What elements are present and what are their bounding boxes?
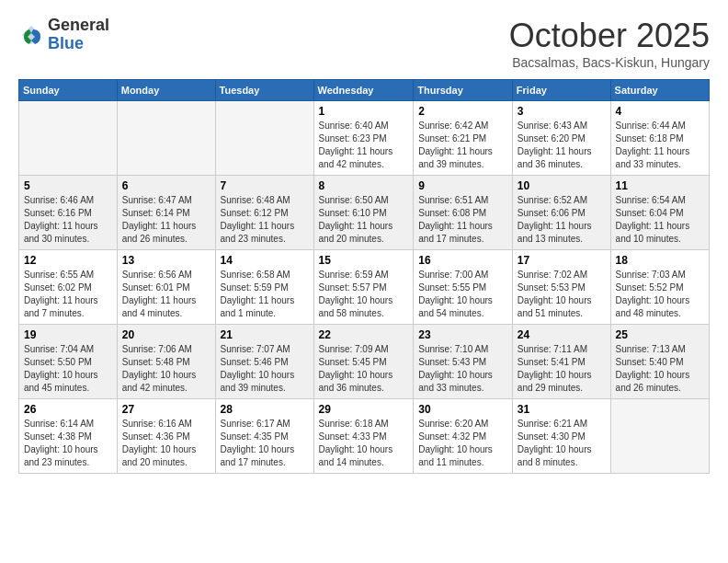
day-info: Sunrise: 7:04 AMSunset: 5:50 PMDaylight:… <box>24 343 112 395</box>
day-info: Sunrise: 6:16 AMSunset: 4:36 PMDaylight:… <box>122 418 210 469</box>
calendar-week-row: 1Sunrise: 6:40 AMSunset: 6:23 PMDaylight… <box>19 101 710 176</box>
day-number: 22 <box>319 328 409 341</box>
day-number: 23 <box>418 328 507 341</box>
logo-general-text: General <box>48 17 109 35</box>
day-info: Sunrise: 6:47 AMSunset: 6:14 PMDaylight:… <box>122 194 210 246</box>
day-number: 28 <box>221 403 309 416</box>
table-row: 21Sunrise: 7:07 AMSunset: 5:46 PMDayligh… <box>215 325 313 399</box>
day-number: 9 <box>418 179 507 192</box>
day-number: 7 <box>221 179 309 192</box>
day-info: Sunrise: 6:44 AMSunset: 6:18 PMDaylight:… <box>616 120 704 171</box>
day-info: Sunrise: 6:40 AMSunset: 6:23 PMDaylight:… <box>319 120 409 171</box>
table-row: 1Sunrise: 6:40 AMSunset: 6:23 PMDaylight… <box>313 101 414 176</box>
day-info: Sunrise: 7:10 AMSunset: 5:43 PMDaylight:… <box>418 343 507 395</box>
col-wednesday: Wednesday <box>313 80 414 101</box>
day-number: 19 <box>24 328 112 341</box>
day-number: 11 <box>616 179 704 192</box>
table-row: 8Sunrise: 6:50 AMSunset: 6:10 PMDaylight… <box>313 176 414 250</box>
day-info: Sunrise: 6:50 AMSunset: 6:10 PMDaylight:… <box>319 194 409 246</box>
day-number: 29 <box>319 403 409 416</box>
table-row: 29Sunrise: 6:18 AMSunset: 4:33 PMDayligh… <box>313 399 414 474</box>
logo: General Blue <box>18 17 109 53</box>
day-info: Sunrise: 6:14 AMSunset: 4:38 PMDaylight:… <box>24 418 112 469</box>
calendar-week-row: 5Sunrise: 6:46 AMSunset: 6:16 PMDaylight… <box>19 176 710 250</box>
table-row: 16Sunrise: 7:00 AMSunset: 5:55 PMDayligh… <box>414 250 513 325</box>
day-number: 14 <box>221 254 309 267</box>
table-row: 28Sunrise: 6:17 AMSunset: 4:35 PMDayligh… <box>215 399 313 474</box>
day-number: 3 <box>518 105 606 118</box>
table-row: 6Sunrise: 6:47 AMSunset: 6:14 PMDaylight… <box>117 176 215 250</box>
col-monday: Monday <box>117 80 215 101</box>
location-text: Bacsalmas, Bacs-Kiskun, Hungary <box>509 55 710 70</box>
day-info: Sunrise: 6:54 AMSunset: 6:04 PMDaylight:… <box>616 194 704 246</box>
col-saturday: Saturday <box>610 80 709 101</box>
table-row <box>610 399 709 474</box>
month-title: October 2025 <box>509 17 710 55</box>
day-info: Sunrise: 6:43 AMSunset: 6:20 PMDaylight:… <box>518 120 606 171</box>
col-sunday: Sunday <box>19 80 118 101</box>
day-info: Sunrise: 7:00 AMSunset: 5:55 PMDaylight:… <box>418 269 507 320</box>
col-tuesday: Tuesday <box>215 80 313 101</box>
table-row: 27Sunrise: 6:16 AMSunset: 4:36 PMDayligh… <box>117 399 215 474</box>
col-thursday: Thursday <box>414 80 513 101</box>
table-row: 25Sunrise: 7:13 AMSunset: 5:40 PMDayligh… <box>610 325 709 399</box>
table-row: 30Sunrise: 6:20 AMSunset: 4:32 PMDayligh… <box>414 399 513 474</box>
day-number: 26 <box>24 403 112 416</box>
table-row: 2Sunrise: 6:42 AMSunset: 6:21 PMDaylight… <box>414 101 513 176</box>
table-row: 7Sunrise: 6:48 AMSunset: 6:12 PMDaylight… <box>215 176 313 250</box>
table-row: 14Sunrise: 6:58 AMSunset: 5:59 PMDayligh… <box>215 250 313 325</box>
day-info: Sunrise: 7:09 AMSunset: 5:45 PMDaylight:… <box>319 343 409 395</box>
day-info: Sunrise: 7:02 AMSunset: 5:53 PMDaylight:… <box>518 269 606 320</box>
table-row <box>19 101 118 176</box>
day-info: Sunrise: 6:21 AMSunset: 4:30 PMDaylight:… <box>518 418 606 469</box>
day-info: Sunrise: 6:42 AMSunset: 6:21 PMDaylight:… <box>418 120 507 171</box>
table-row: 20Sunrise: 7:06 AMSunset: 5:48 PMDayligh… <box>117 325 215 399</box>
day-number: 16 <box>418 254 507 267</box>
day-number: 30 <box>418 403 507 416</box>
title-area: October 2025 Bacsalmas, Bacs-Kiskun, Hun… <box>509 17 710 70</box>
day-info: Sunrise: 6:59 AMSunset: 5:57 PMDaylight:… <box>319 269 409 320</box>
day-number: 17 <box>518 254 606 267</box>
day-info: Sunrise: 7:03 AMSunset: 5:52 PMDaylight:… <box>616 269 704 320</box>
calendar-week-row: 26Sunrise: 6:14 AMSunset: 4:38 PMDayligh… <box>19 399 710 474</box>
day-number: 12 <box>24 254 112 267</box>
day-info: Sunrise: 6:48 AMSunset: 6:12 PMDaylight:… <box>221 194 309 246</box>
logo-icon <box>18 22 44 48</box>
day-info: Sunrise: 6:55 AMSunset: 6:02 PMDaylight:… <box>24 269 112 320</box>
col-friday: Friday <box>512 80 610 101</box>
table-row: 4Sunrise: 6:44 AMSunset: 6:18 PMDaylight… <box>610 101 709 176</box>
calendar-week-row: 12Sunrise: 6:55 AMSunset: 6:02 PMDayligh… <box>19 250 710 325</box>
day-number: 2 <box>418 105 507 118</box>
day-info: Sunrise: 6:46 AMSunset: 6:16 PMDaylight:… <box>24 194 112 246</box>
day-number: 4 <box>616 105 704 118</box>
table-row: 12Sunrise: 6:55 AMSunset: 6:02 PMDayligh… <box>19 250 118 325</box>
table-row: 3Sunrise: 6:43 AMSunset: 6:20 PMDaylight… <box>512 101 610 176</box>
calendar-table: Sunday Monday Tuesday Wednesday Thursday… <box>18 79 710 474</box>
table-row: 22Sunrise: 7:09 AMSunset: 5:45 PMDayligh… <box>313 325 414 399</box>
day-number: 24 <box>518 328 606 341</box>
table-row: 17Sunrise: 7:02 AMSunset: 5:53 PMDayligh… <box>512 250 610 325</box>
day-number: 27 <box>122 403 210 416</box>
table-row <box>117 101 215 176</box>
table-row: 11Sunrise: 6:54 AMSunset: 6:04 PMDayligh… <box>610 176 709 250</box>
day-number: 20 <box>122 328 210 341</box>
day-number: 6 <box>122 179 210 192</box>
table-row: 31Sunrise: 6:21 AMSunset: 4:30 PMDayligh… <box>512 399 610 474</box>
day-number: 1 <box>319 105 409 118</box>
table-row: 23Sunrise: 7:10 AMSunset: 5:43 PMDayligh… <box>414 325 513 399</box>
day-info: Sunrise: 6:52 AMSunset: 6:06 PMDaylight:… <box>518 194 606 246</box>
day-number: 21 <box>221 328 309 341</box>
table-row: 10Sunrise: 6:52 AMSunset: 6:06 PMDayligh… <box>512 176 610 250</box>
day-number: 25 <box>616 328 704 341</box>
table-row: 5Sunrise: 6:46 AMSunset: 6:16 PMDaylight… <box>19 176 118 250</box>
table-row: 18Sunrise: 7:03 AMSunset: 5:52 PMDayligh… <box>610 250 709 325</box>
table-row: 15Sunrise: 6:59 AMSunset: 5:57 PMDayligh… <box>313 250 414 325</box>
day-info: Sunrise: 7:07 AMSunset: 5:46 PMDaylight:… <box>221 343 309 395</box>
day-number: 18 <box>616 254 704 267</box>
day-number: 31 <box>518 403 606 416</box>
table-row: 9Sunrise: 6:51 AMSunset: 6:08 PMDaylight… <box>414 176 513 250</box>
table-row: 13Sunrise: 6:56 AMSunset: 6:01 PMDayligh… <box>117 250 215 325</box>
logo-blue-text: Blue <box>48 35 109 53</box>
day-info: Sunrise: 6:20 AMSunset: 4:32 PMDaylight:… <box>418 418 507 469</box>
day-number: 13 <box>122 254 210 267</box>
